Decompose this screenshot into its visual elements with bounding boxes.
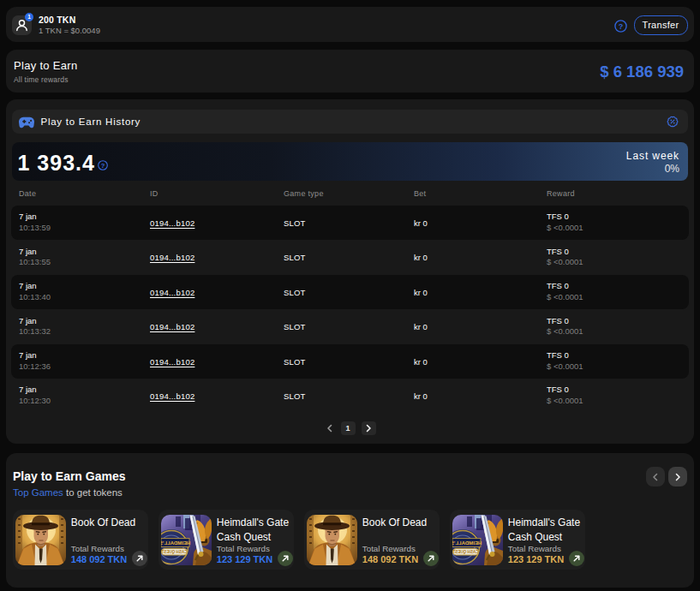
svg-text:?: ?	[101, 162, 105, 170]
svg-text:HEIMDALL'S: HEIMDALL'S	[452, 540, 482, 546]
svg-text:CASH QUEST: CASH QUEST	[161, 550, 187, 554]
svg-text:HEIMDALL'S: HEIMDALL'S	[161, 540, 190, 546]
svg-text:?: ?	[618, 21, 623, 30]
svg-text:CASH QUEST: CASH QUEST	[452, 550, 478, 554]
